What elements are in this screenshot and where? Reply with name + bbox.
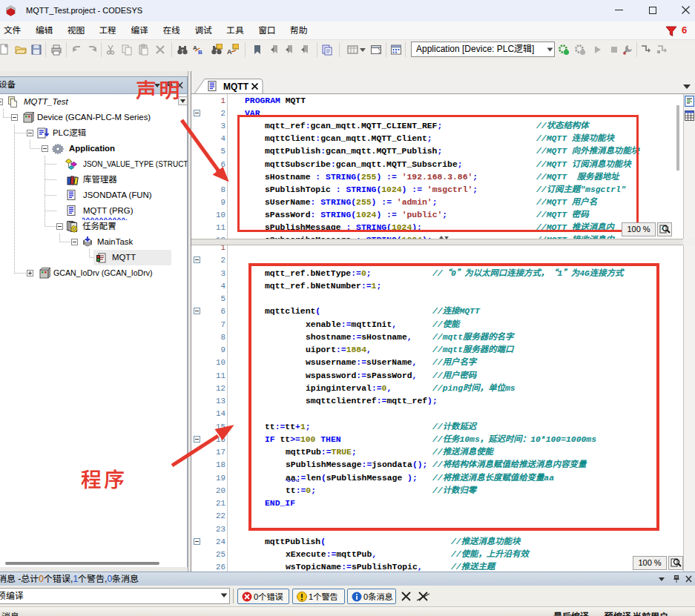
svg-text:A: A <box>227 48 232 56</box>
svg-text:B: B <box>198 49 202 56</box>
